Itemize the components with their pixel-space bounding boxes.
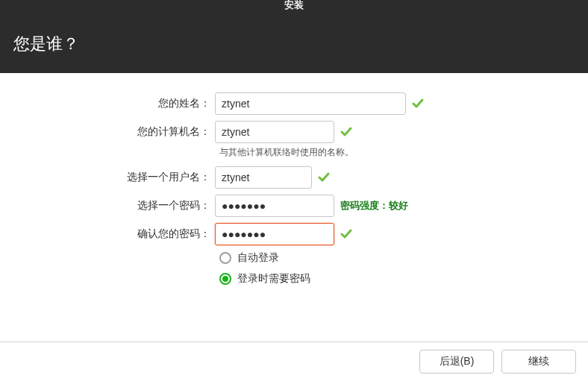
page-title: 您是谁？ xyxy=(13,34,79,53)
footer-bar: 后退(B) 继续 xyxy=(0,341,588,381)
confirm-label: 确认您的密码： xyxy=(0,227,215,241)
window-titlebar: 安装 xyxy=(0,0,588,18)
hostname-label: 您的计算机名： xyxy=(0,125,215,139)
radio-auto-login[interactable]: 自动登录 xyxy=(219,251,588,265)
username-input[interactable] xyxy=(215,166,312,189)
form-area: 您的姓名： 您的计算机名： 与其他计算机联络时使用的名称。 选择一个用户名： 选… xyxy=(0,73,588,286)
password-strength: 密码强度：较好 xyxy=(340,199,408,212)
login-options: 自动登录 登录时需要密码 xyxy=(219,251,588,286)
continue-button[interactable]: 继续 xyxy=(501,350,576,374)
radio-require-password[interactable]: 登录时需要密码 xyxy=(219,272,588,286)
password-input[interactable] xyxy=(215,195,334,217)
radio-auto-login-label: 自动登录 xyxy=(237,251,279,265)
confirm-password-input[interactable] xyxy=(215,223,334,245)
name-input[interactable] xyxy=(215,92,406,115)
back-button[interactable]: 后退(B) xyxy=(419,350,494,374)
window-title: 安装 xyxy=(284,0,304,10)
radio-icon xyxy=(219,252,231,264)
radio-icon xyxy=(219,273,231,285)
password-label: 选择一个密码： xyxy=(0,199,215,212)
hostname-input[interactable] xyxy=(215,121,334,143)
page-header: 您是谁？ xyxy=(0,18,588,73)
name-label: 您的姓名： xyxy=(0,97,215,110)
check-icon xyxy=(412,98,424,110)
hostname-hint: 与其他计算机联络时使用的名称。 xyxy=(219,146,588,159)
username-label: 选择一个用户名： xyxy=(0,171,215,184)
check-icon xyxy=(340,228,352,240)
radio-require-password-label: 登录时需要密码 xyxy=(237,272,310,286)
check-icon xyxy=(318,171,330,183)
check-icon xyxy=(340,126,352,138)
